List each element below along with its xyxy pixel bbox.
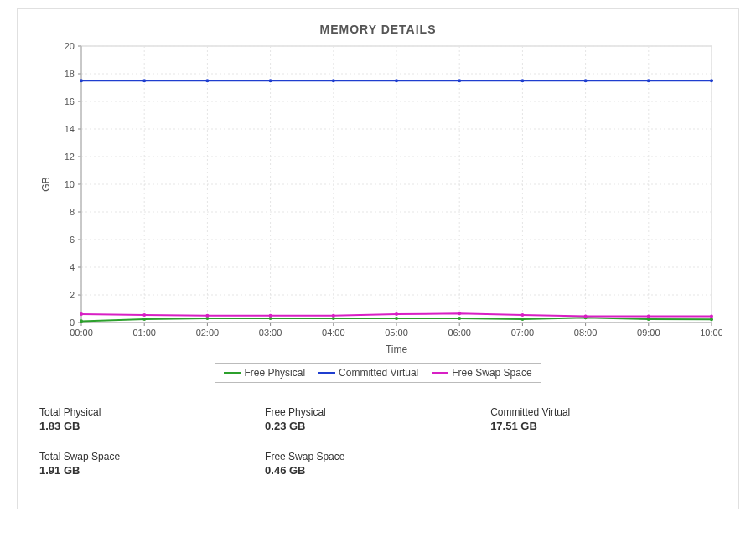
svg-point-94 xyxy=(142,313,146,317)
stats-row-1: Total Physical 1.83 GB Free Physical 0.2… xyxy=(39,406,717,432)
svg-text:14: 14 xyxy=(65,124,75,134)
svg-point-84 xyxy=(205,79,209,82)
legend-item: Free Physical xyxy=(224,367,305,379)
stat-total-physical: Total Physical 1.83 GB xyxy=(39,406,265,432)
svg-text:GB: GB xyxy=(40,177,52,191)
legend-swatch xyxy=(432,372,448,374)
svg-text:16: 16 xyxy=(65,96,75,106)
svg-text:01:00: 01:00 xyxy=(132,328,156,338)
svg-point-91 xyxy=(647,79,650,82)
svg-point-98 xyxy=(395,312,398,316)
legend-label: Free Swap Space xyxy=(452,367,531,379)
svg-point-89 xyxy=(520,79,524,82)
svg-text:04:00: 04:00 xyxy=(322,328,345,338)
svg-point-96 xyxy=(269,314,272,318)
stat-label: Free Physical xyxy=(265,406,490,418)
svg-point-99 xyxy=(458,312,461,315)
stat-label: Committed Virtual xyxy=(490,406,716,418)
svg-point-86 xyxy=(332,79,335,82)
svg-point-92 xyxy=(710,79,713,82)
stat-value: 1.91 GB xyxy=(39,464,265,477)
svg-point-95 xyxy=(205,314,209,318)
legend-label: Free Physical xyxy=(244,367,305,379)
svg-text:12: 12 xyxy=(65,152,75,162)
svg-text:Time: Time xyxy=(386,343,408,355)
svg-point-77 xyxy=(458,317,461,320)
stats-row-2: Total Swap Space 1.91 GB Free Swap Space… xyxy=(39,451,717,477)
stat-value: 0.23 GB xyxy=(265,420,490,432)
svg-point-100 xyxy=(520,313,524,317)
legend-item: Free Swap Space xyxy=(432,367,531,379)
svg-text:10: 10 xyxy=(65,179,75,189)
svg-text:05:00: 05:00 xyxy=(385,328,408,338)
legend-label: Committed Virtual xyxy=(339,367,418,379)
svg-point-81 xyxy=(710,318,713,321)
stat-label: Total Physical xyxy=(39,406,265,418)
svg-text:0: 0 xyxy=(70,318,75,328)
svg-text:4: 4 xyxy=(70,262,75,272)
svg-point-85 xyxy=(269,79,272,82)
svg-text:03:00: 03:00 xyxy=(259,328,282,338)
svg-text:10:00: 10:00 xyxy=(700,328,722,338)
legend-swatch xyxy=(318,372,335,374)
svg-text:8: 8 xyxy=(70,207,75,217)
svg-point-82 xyxy=(80,79,83,82)
svg-text:06:00: 06:00 xyxy=(448,328,471,338)
stat-free-swap: Free Swap Space 0.46 GB xyxy=(265,451,490,477)
legend-swatch xyxy=(224,372,241,374)
svg-text:00:00: 00:00 xyxy=(70,328,93,338)
stat-empty xyxy=(490,451,716,477)
svg-point-102 xyxy=(647,315,650,318)
svg-point-87 xyxy=(395,79,398,82)
svg-point-97 xyxy=(332,314,335,318)
svg-text:2: 2 xyxy=(70,290,75,300)
chart-legend: Free PhysicalCommitted VirtualFree Swap … xyxy=(215,363,541,383)
chart-title: MEMORY DETAILS xyxy=(29,23,727,36)
stats-section: Total Physical 1.83 GB Free Physical 0.2… xyxy=(29,406,727,477)
stat-free-physical: Free Physical 0.23 GB xyxy=(265,406,490,432)
svg-text:18: 18 xyxy=(65,69,75,79)
svg-point-71 xyxy=(80,319,83,323)
svg-text:09:00: 09:00 xyxy=(637,328,660,338)
svg-point-103 xyxy=(710,314,713,318)
svg-text:02:00: 02:00 xyxy=(196,328,220,338)
svg-point-78 xyxy=(520,318,524,321)
svg-point-88 xyxy=(458,79,461,82)
svg-text:20: 20 xyxy=(65,41,75,51)
memory-details-panel: MEMORY DETAILS 0246810121416182000:0001:… xyxy=(17,8,739,509)
stat-value: 0.46 GB xyxy=(265,464,490,477)
stat-value: 1.83 GB xyxy=(39,420,265,432)
svg-text:6: 6 xyxy=(70,235,75,245)
chart-container: 0246810121416182000:0001:0002:0003:0004:… xyxy=(29,39,727,383)
svg-point-76 xyxy=(395,317,398,320)
legend-item: Committed Virtual xyxy=(318,367,418,379)
stat-total-swap: Total Swap Space 1.91 GB xyxy=(39,451,265,477)
stat-label: Total Swap Space xyxy=(39,451,265,462)
svg-text:07:00: 07:00 xyxy=(511,328,535,338)
svg-point-93 xyxy=(80,312,83,316)
svg-text:08:00: 08:00 xyxy=(574,328,598,338)
stat-committed-virtual: Committed Virtual 17.51 GB xyxy=(490,406,716,432)
stat-label: Free Swap Space xyxy=(265,451,490,462)
stat-value: 17.51 GB xyxy=(490,420,716,432)
memory-chart: 0246810121416182000:0001:0002:0003:0004:… xyxy=(34,39,722,358)
svg-point-101 xyxy=(584,315,588,318)
svg-point-90 xyxy=(584,79,588,82)
svg-point-72 xyxy=(142,318,146,321)
svg-point-83 xyxy=(142,79,146,82)
